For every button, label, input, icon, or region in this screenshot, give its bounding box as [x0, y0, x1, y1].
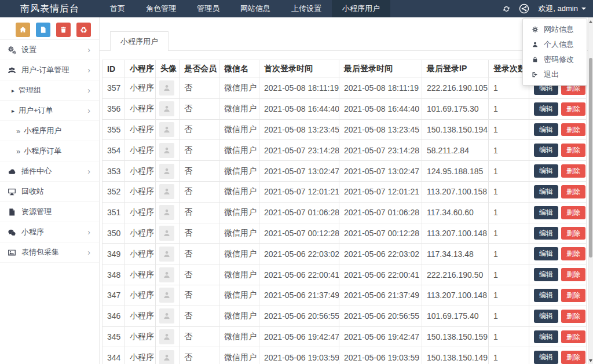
- dropdown-item-个人信息[interactable]: 个人信息: [523, 37, 587, 52]
- edit-button[interactable]: 编辑: [534, 310, 558, 323]
- recycle-icon: ♻: [80, 25, 87, 35]
- person-placeholder-icon: [163, 167, 171, 175]
- delete-button[interactable]: 删除: [561, 102, 585, 116]
- delete-button[interactable]: 删除: [561, 351, 585, 364]
- avatar: [159, 184, 174, 199]
- sidebar-item-小程序订单[interactable]: »小程序订单: [0, 141, 99, 161]
- edit-button[interactable]: 编辑: [534, 351, 558, 364]
- users-table-wrap: ID小程序头像是否会员微信名首次登录时间最后登录时间最后登录IP登录次数操作 3…: [102, 60, 593, 364]
- dropdown-item-网站信息[interactable]: 网站信息: [523, 22, 587, 37]
- cell-first_login: 2021-05-06 20:56:55: [259, 306, 339, 326]
- quick-home-button[interactable]: [16, 23, 30, 37]
- edit-button[interactable]: 编辑: [534, 289, 558, 302]
- cell-actions: 编辑删除: [529, 244, 587, 264]
- cell-is_member: 否: [180, 326, 219, 347]
- delete-button[interactable]: 删除: [561, 185, 585, 198]
- cell-mini_program: 小程序: [125, 119, 156, 140]
- cell-wechat_name: 微信用户: [219, 306, 259, 326]
- submenu-prefix-icon: ▸: [12, 108, 14, 114]
- cell-avatar: [156, 223, 180, 244]
- sidebar-quick-buttons: ♻: [0, 17, 99, 40]
- nav-item-1[interactable]: 角色管理: [136, 0, 186, 17]
- dropdown-item-密码修改[interactable]: 密码修改: [523, 52, 587, 67]
- delete-button[interactable]: 删除: [561, 268, 585, 281]
- cell-login_count: 1: [489, 306, 529, 326]
- delete-button[interactable]: 删除: [561, 330, 585, 344]
- sidebar-item-表情包采集[interactable]: 表情包采集›: [0, 242, 99, 263]
- quick-trash-button[interactable]: [56, 23, 71, 37]
- person-placeholder-icon: [163, 84, 171, 92]
- edit-button[interactable]: 编辑: [534, 268, 558, 281]
- table-row: 344小程序否微信用户2021-05-06 19:03:592021-05-06…: [103, 347, 587, 364]
- cell-is_member: 否: [180, 306, 219, 326]
- edit-button[interactable]: 编辑: [534, 227, 558, 240]
- cell-login_count: 1: [489, 161, 529, 182]
- quick-file-button[interactable]: [36, 23, 50, 37]
- scrollbar-down-arrow-icon[interactable]: [589, 359, 592, 362]
- tab-bar: 小程序用户: [100, 17, 593, 51]
- scrollbar-up-arrow-icon[interactable]: [589, 20, 592, 23]
- cell-actions: 编辑删除: [529, 223, 587, 244]
- dropdown-item-退出[interactable]: 退出: [523, 67, 587, 82]
- edit-button[interactable]: 编辑: [534, 102, 558, 116]
- delete-button[interactable]: 删除: [561, 310, 585, 323]
- nav-item-0[interactable]: 首页: [100, 0, 136, 17]
- navbar-right: 欢迎, admin: [503, 0, 593, 17]
- edit-button[interactable]: 编辑: [534, 185, 558, 198]
- nav-item-3[interactable]: 网站信息: [230, 0, 281, 17]
- delete-button[interactable]: 删除: [561, 206, 585, 219]
- sidebar-item-回收站[interactable]: 回收站: [0, 182, 99, 202]
- nav-item-2[interactable]: 管理员: [186, 0, 230, 17]
- sidebar-item-管理组[interactable]: ▸管理组›: [0, 80, 99, 101]
- edit-button[interactable]: 编辑: [534, 123, 558, 137]
- cell-id: 351: [103, 202, 125, 223]
- edit-button[interactable]: 编辑: [534, 247, 558, 260]
- edit-button[interactable]: 编辑: [534, 206, 558, 219]
- delete-button[interactable]: 删除: [561, 289, 585, 302]
- cell-actions: 编辑删除: [529, 140, 587, 161]
- quick-recycle-button[interactable]: ♻: [76, 23, 91, 37]
- nav-item-4[interactable]: 上传设置: [281, 0, 332, 17]
- sidebar-item-用户+订单[interactable]: ▸用户+订单›: [0, 101, 99, 121]
- sidebar-item-小程序用户[interactable]: »小程序用户: [0, 121, 99, 141]
- table-row: 355小程序否微信用户2021-05-08 13:23:452021-05-08…: [103, 119, 587, 140]
- tab-mini-program-users[interactable]: 小程序用户: [110, 31, 169, 51]
- delete-button[interactable]: 删除: [561, 247, 585, 260]
- cell-first_login: 2021-05-06 19:42:47: [259, 326, 339, 347]
- edit-button[interactable]: 编辑: [534, 330, 558, 344]
- cell-first_login: 2021-05-07 01:06:28: [259, 202, 339, 223]
- sidebar-item-设置[interactable]: 设置›: [0, 40, 99, 60]
- file-icon: [39, 26, 47, 34]
- edit-button[interactable]: 编辑: [534, 144, 558, 157]
- user-menu-toggle[interactable]: 欢迎, admin: [538, 3, 586, 14]
- nav-item-5[interactable]: 小程序用户: [332, 0, 390, 17]
- sidebar-item-小程序[interactable]: 小程序›: [0, 222, 99, 242]
- scrollbar-thumb[interactable]: [589, 58, 592, 258]
- cell-mini_program: 小程序: [125, 78, 156, 99]
- column-header: 小程序: [125, 60, 156, 78]
- user-circle-icon[interactable]: [519, 3, 529, 14]
- cell-is_member: 否: [180, 161, 219, 182]
- person-placeholder-icon: [163, 354, 171, 362]
- sidebar-item-资源管理[interactable]: 资源管理: [0, 202, 99, 222]
- table-row: 345小程序否微信用户2021-05-06 19:42:472021-05-06…: [103, 326, 587, 347]
- person-placeholder-icon: [163, 271, 171, 279]
- chevron-right-icon: ›: [87, 46, 90, 54]
- cell-actions: 编辑删除: [529, 264, 587, 285]
- cell-id: 353: [103, 161, 125, 182]
- vertical-scrollbar[interactable]: [588, 17, 593, 364]
- delete-button[interactable]: 删除: [561, 227, 585, 240]
- table-row: 351小程序否微信用户2021-05-07 01:06:282021-05-07…: [103, 202, 587, 223]
- cell-is_member: 否: [180, 264, 219, 285]
- cell-last_login: 2021-05-07 13:02:47: [339, 161, 422, 182]
- delete-button[interactable]: 删除: [561, 123, 585, 137]
- user-dropdown-menu: 网站信息个人信息密码修改退出: [522, 19, 587, 86]
- cell-wechat_name: 微信用户: [219, 244, 259, 264]
- sidebar-item-用户-订单管理[interactable]: 用户-订单管理›: [0, 60, 99, 80]
- sidebar-item-插件中心[interactable]: 插件中心›: [0, 161, 99, 182]
- delete-button[interactable]: 删除: [561, 164, 585, 178]
- delete-button[interactable]: 删除: [561, 144, 585, 157]
- refresh-icon[interactable]: [503, 5, 510, 13]
- edit-button[interactable]: 编辑: [534, 164, 558, 178]
- cell-login_count: 1: [489, 347, 529, 364]
